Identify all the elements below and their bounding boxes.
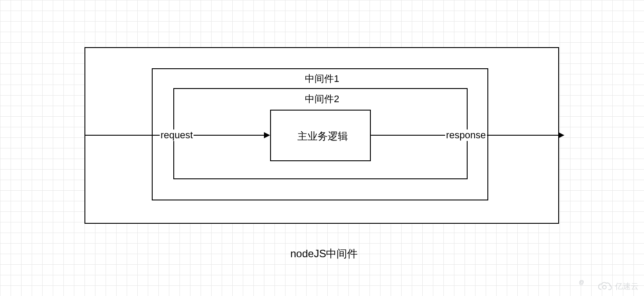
request-label: request [160,130,194,141]
response-arrow-head-icon [558,132,564,138]
response-label: response [445,130,487,141]
diagram-caption: nodeJS中间件 [290,247,358,261]
middleware-1-label: 中间件1 [304,72,340,85]
watermark: 亿速云 [597,281,639,292]
cloud-icon [597,281,612,291]
watermark-small-icon: @ [579,279,584,285]
request-arrow-head-icon [264,132,270,138]
middleware-2-label: 中间件2 [304,92,340,106]
svg-point-0 [603,285,606,289]
watermark-text: 亿速云 [615,281,639,292]
core-logic-label: 主业务逻辑 [296,130,349,143]
